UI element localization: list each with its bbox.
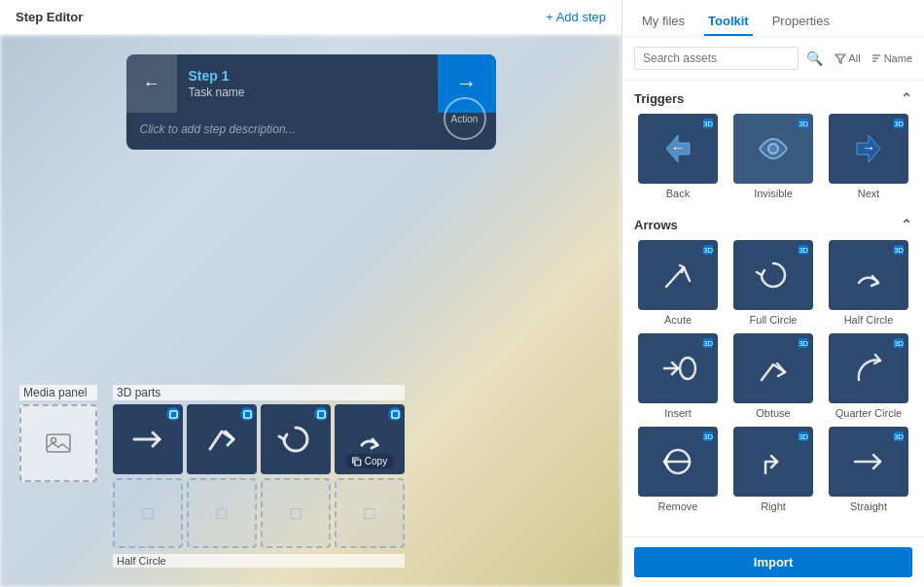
trigger-back-label: Back bbox=[666, 188, 690, 199]
trigger-invisible-icon bbox=[752, 127, 795, 170]
part-badge-3 bbox=[314, 407, 328, 421]
svg-rect-0 bbox=[47, 434, 70, 452]
arrow-full-circle-thumb: 3D bbox=[733, 240, 813, 310]
part-cell-empty-4[interactable]: □ bbox=[335, 478, 405, 548]
media-panel-box[interactable] bbox=[19, 404, 97, 482]
arrows-collapse-icon[interactable]: ⌃ bbox=[901, 217, 912, 232]
arrow-right-label: Right bbox=[761, 501, 786, 512]
parts-section: 3D parts bbox=[113, 385, 405, 568]
canvas-content: ← Step 1 Task name → Click to add step d… bbox=[0, 35, 622, 587]
step-back-button[interactable]: ← bbox=[126, 54, 177, 113]
canvas-area: ← Step 1 Task name → Click to add step d… bbox=[0, 35, 622, 587]
filter-controls: All Name bbox=[835, 52, 912, 64]
svg-rect-6 bbox=[391, 410, 398, 417]
svg-text:3D: 3D bbox=[894, 432, 904, 441]
svg-text:3D: 3D bbox=[894, 120, 904, 128]
arrow-right-thumb: 3D bbox=[733, 427, 813, 497]
trigger-next-badge: 3D bbox=[893, 118, 905, 132]
trigger-invisible[interactable]: 3D Invisible bbox=[729, 114, 817, 199]
arrow-acute-badge: 3D bbox=[702, 244, 714, 259]
step-info: Step 1 Task name bbox=[177, 54, 438, 113]
tab-properties[interactable]: Properties bbox=[768, 8, 834, 36]
part-cell-empty-1[interactable]: □ bbox=[113, 478, 183, 548]
trigger-next[interactable]: → 3D Next bbox=[825, 114, 912, 199]
quarter-circle-arrow-icon bbox=[847, 347, 890, 390]
trigger-next-label: Next bbox=[858, 188, 880, 199]
arrow-remove-thumb: 3D bbox=[638, 427, 718, 497]
arrow-obtuse-label: Obtuse bbox=[756, 407, 790, 419]
arrow-remove[interactable]: 3D Remove bbox=[634, 427, 722, 512]
trigger-next-icon: → bbox=[847, 127, 890, 170]
arrow-obtuse-badge: 3D bbox=[798, 337, 809, 352]
arrow-quarter-circle[interactable]: 3D Quarter Circle bbox=[825, 333, 912, 419]
search-input[interactable] bbox=[634, 47, 799, 70]
tab-toolkit[interactable]: Toolkit bbox=[704, 8, 753, 36]
step-description[interactable]: Click to add step description... bbox=[126, 113, 496, 150]
triggers-collapse-icon[interactable]: ⌃ bbox=[901, 90, 912, 106]
arrow-acute-thumb: 3D bbox=[638, 240, 718, 310]
svg-text:3D: 3D bbox=[799, 120, 808, 128]
trigger-back-badge: 3D bbox=[702, 118, 714, 132]
arrow-full-circle-badge: 3D bbox=[798, 244, 809, 259]
copy-badge: Copy bbox=[346, 454, 393, 468]
svg-point-15 bbox=[768, 144, 778, 154]
part-badge-4 bbox=[388, 407, 402, 421]
svg-text:←: ← bbox=[671, 140, 685, 155]
search-bar: 🔍 All Name bbox=[622, 37, 924, 81]
arrow-straight[interactable]: 3D Straight bbox=[825, 427, 912, 512]
part-cell-obtuse[interactable] bbox=[187, 404, 257, 474]
right-panel: My files Toolkit Properties 🔍 All Name T… bbox=[622, 0, 924, 587]
trigger-back[interactable]: ← 3D Back bbox=[634, 114, 722, 199]
step-label: Step 1 bbox=[189, 68, 426, 84]
arrow-quarter-circle-thumb: 3D bbox=[829, 333, 908, 403]
straight-arrow-icon bbox=[126, 418, 169, 461]
arrow-remove-badge: 3D bbox=[702, 431, 714, 445]
obtuse-arrow-icon bbox=[200, 418, 243, 461]
panel-content: Triggers ⌃ ← 3D Back bbox=[622, 81, 924, 536]
arrow-obtuse-thumb: 3D bbox=[733, 333, 813, 403]
part-cell-halfcircle-copy[interactable]: Copy bbox=[335, 404, 405, 474]
part-cell-straight[interactable] bbox=[113, 404, 183, 474]
arrow-acute[interactable]: 3D Acute bbox=[634, 240, 722, 326]
part-cell-empty-2[interactable]: □ bbox=[187, 478, 257, 548]
arrow-obtuse[interactable]: 3D Obtuse bbox=[729, 333, 817, 419]
acute-arrow-icon bbox=[657, 254, 699, 296]
part-cell-fullcircle[interactable] bbox=[261, 404, 331, 474]
arrow-full-circle[interactable]: 3D Full Circle bbox=[729, 240, 817, 326]
parts-label: 3D parts bbox=[113, 385, 405, 400]
svg-text:3D: 3D bbox=[894, 339, 904, 348]
svg-text:3D: 3D bbox=[703, 339, 713, 348]
right-arrow-icon bbox=[752, 440, 795, 483]
arrow-insert[interactable]: 3D Insert bbox=[634, 333, 722, 419]
tab-my-files[interactable]: My files bbox=[638, 8, 689, 36]
arrow-quarter-circle-label: Quarter Circle bbox=[835, 407, 902, 419]
step-editor-title: Step Editor bbox=[16, 10, 83, 24]
step-editor-header: Step Editor + Add step bbox=[0, 0, 622, 35]
arrows-label: Arrows bbox=[634, 218, 678, 232]
import-button[interactable]: Import bbox=[634, 547, 912, 577]
filter-icon bbox=[835, 52, 846, 64]
trigger-invisible-thumb: 3D bbox=[733, 114, 813, 184]
trigger-invisible-label: Invisible bbox=[754, 188, 793, 199]
part-cell-empty-3[interactable]: □ bbox=[261, 478, 331, 548]
svg-text:→: → bbox=[862, 140, 875, 155]
trigger-back-thumb: ← 3D bbox=[638, 114, 718, 184]
arrow-half-circle-badge: 3D bbox=[893, 244, 905, 259]
filter-all-button[interactable]: All bbox=[835, 52, 860, 64]
svg-text:3D: 3D bbox=[703, 120, 713, 128]
filter-name-button[interactable]: Name bbox=[871, 52, 912, 64]
panel-tabs: My files Toolkit Properties bbox=[622, 0, 924, 37]
arrow-half-circle-thumb: 3D bbox=[829, 240, 908, 310]
arrow-right[interactable]: 3D Right bbox=[729, 427, 817, 512]
media-panel-label: Media panel bbox=[19, 385, 97, 400]
svg-text:3D: 3D bbox=[799, 246, 808, 255]
part-badge-1 bbox=[166, 407, 180, 421]
arrow-insert-badge: 3D bbox=[702, 337, 714, 352]
straight-arrow-icon-2 bbox=[847, 440, 890, 483]
part-badge-2 bbox=[240, 407, 254, 421]
add-step-button[interactable]: + Add step bbox=[546, 10, 606, 24]
step-card: ← Step 1 Task name → Click to add step d… bbox=[126, 54, 496, 150]
arrow-half-circle[interactable]: 3D Half Circle bbox=[825, 240, 912, 326]
triggers-section-header: Triggers ⌃ bbox=[634, 81, 912, 114]
insert-arrow-icon bbox=[657, 347, 699, 390]
